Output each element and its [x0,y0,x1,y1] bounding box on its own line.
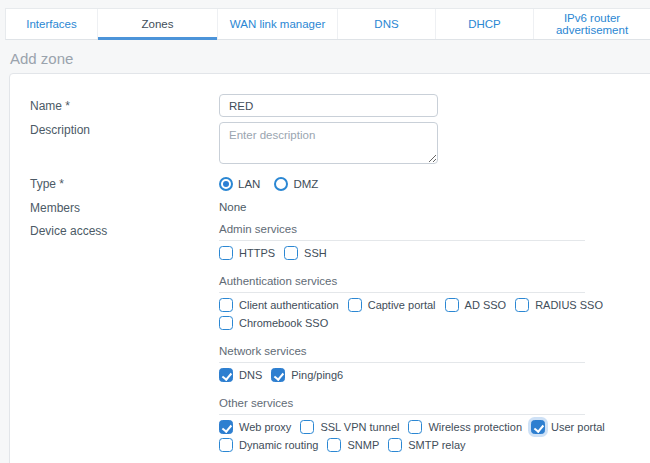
name-row: Name * [30,94,650,117]
radio-label: LAN [238,178,260,190]
checkbox-label: RADIUS SSO [535,299,603,311]
checkbox-label: SSH [304,247,327,259]
members-label: Members [30,200,219,215]
authentication-services-group: Authentication services Client authentic… [219,275,585,330]
members-value: None [219,200,247,213]
tab-dns[interactable]: DNS [338,9,436,39]
checkbox-label: Captive portal [368,299,436,311]
checkbox-icon [327,438,341,452]
checkbox-row: Dynamic routing SNMP SMTP relay [219,438,585,452]
add-zone-form: Name * Description Type * LA [10,74,650,463]
members-row: Members None [30,200,650,215]
checkbox-icon [388,438,402,452]
checkbox-label: Web proxy [239,421,291,433]
zones-settings-page: Interfaces Zones WAN link manager DNS DH… [0,0,650,463]
checkbox-label: HTTPS [239,247,275,259]
section-heading-network-services: Network services [219,345,585,363]
checkbox-icon [219,246,233,260]
checkbox-ad-sso[interactable]: AD SSO [445,298,507,312]
description-textarea[interactable] [219,122,438,164]
checkbox-icon [531,420,545,434]
checkbox-https[interactable]: HTTPS [219,246,275,260]
checkbox-captive-portal[interactable]: Captive portal [348,298,436,312]
checkbox-icon [219,420,233,434]
checkbox-row: Client authentication Captive portal AD … [219,298,585,312]
checkbox-label: User portal [551,421,605,433]
checkbox-icon [445,298,459,312]
checkbox-ssl-vpn-tunnel[interactable]: SSL VPN tunnel [300,420,399,434]
checkbox-label: AD SSO [465,299,507,311]
checkbox-label: Wireless protection [428,421,522,433]
section-heading-other-services: Other services [219,397,585,415]
tab-ipv6-router-advertisement[interactable]: IPv6 router advertisement [534,9,650,39]
required-asterisk: * [59,177,64,191]
tab-zones[interactable]: Zones [98,9,218,39]
checkbox-icon [515,298,529,312]
network-services-group: Network services DNS Ping/ping6 [219,345,585,382]
description-row: Description [30,122,650,164]
name-input[interactable] [219,94,438,117]
checkbox-web-proxy[interactable]: Web proxy [219,420,291,434]
checkbox-icon [408,420,422,434]
add-zone-panel: Name * Description Type * LA [9,73,650,463]
checkbox-label: DNS [239,369,262,381]
radio-dmz[interactable]: DMZ [274,177,318,191]
checkbox-label: SMTP relay [408,439,465,451]
checkbox-chromebook-sso[interactable]: Chromebook SSO [219,316,328,330]
type-label: Type * [30,176,219,191]
checkbox-icon [219,368,233,382]
page-title: Add zone [10,50,73,67]
checkbox-label: Dynamic routing [239,439,318,451]
section-heading-authentication-services: Authentication services [219,275,585,293]
checkbox-user-portal[interactable]: User portal [531,420,605,434]
checkbox-snmp[interactable]: SNMP [327,438,379,452]
radio-label: DMZ [293,178,318,190]
checkbox-dynamic-routing[interactable]: Dynamic routing [219,438,318,452]
radio-icon [219,177,233,191]
checkbox-label: SSL VPN tunnel [320,421,399,433]
description-label: Description [30,122,219,137]
checkbox-row: HTTPS SSH [219,246,585,260]
section-heading-admin-services: Admin services [219,223,585,241]
checkbox-label: SNMP [347,439,379,451]
name-label: Name * [30,98,219,113]
checkbox-wireless-protection[interactable]: Wireless protection [408,420,522,434]
checkbox-icon [219,438,233,452]
tab-interfaces[interactable]: Interfaces [6,9,98,39]
required-asterisk: * [65,99,70,113]
checkbox-client-authentication[interactable]: Client authentication [219,298,339,312]
tab-bar: Interfaces Zones WAN link manager DNS DH… [5,8,650,40]
checkbox-ping-ping6[interactable]: Ping/ping6 [271,368,343,382]
type-row: Type * LAN DMZ [30,176,650,191]
checkbox-radius-sso[interactable]: RADIUS SSO [515,298,603,312]
other-services-group: Other services Web proxy SSL VPN tunnel [219,397,585,452]
radio-lan[interactable]: LAN [219,177,260,191]
checkbox-icon [219,316,233,330]
checkbox-row: Chromebook SSO [219,316,585,330]
device-access-label: Device access [30,223,219,238]
device-access-services: Admin services HTTPS SSH [219,223,585,463]
checkbox-dns[interactable]: DNS [219,368,262,382]
checkbox-row: Web proxy SSL VPN tunnel Wireless protec… [219,420,585,434]
checkbox-icon [219,298,233,312]
checkbox-ssh[interactable]: SSH [284,246,327,260]
checkbox-row: DNS Ping/ping6 [219,368,585,382]
checkbox-smtp-relay[interactable]: SMTP relay [388,438,465,452]
type-radio-group: LAN DMZ [219,177,318,191]
checkbox-icon [271,368,285,382]
checkbox-label: Ping/ping6 [291,369,343,381]
checkbox-label: Client authentication [239,299,339,311]
admin-services-group: Admin services HTTPS SSH [219,223,585,260]
checkbox-icon [284,246,298,260]
checkbox-icon [300,420,314,434]
radio-icon [274,177,288,191]
checkbox-icon [348,298,362,312]
device-access-row: Device access Admin services HTTPS [30,223,650,463]
tab-dhcp[interactable]: DHCP [436,9,534,39]
checkbox-label: Chromebook SSO [239,317,328,329]
tab-wan-link-manager[interactable]: WAN link manager [218,9,338,39]
